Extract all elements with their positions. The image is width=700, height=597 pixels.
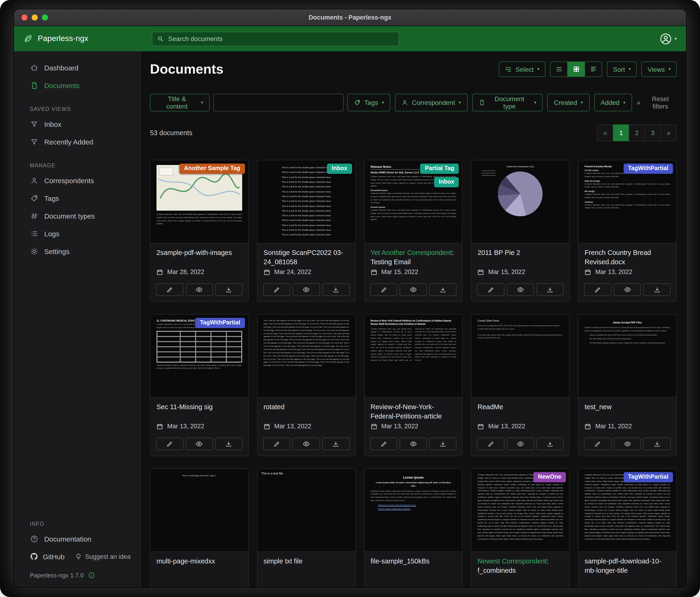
sidebar-item-tags[interactable]: Tags — [30, 189, 134, 207]
tag-badge[interactable]: Partial Tag — [420, 164, 459, 174]
info-circle-icon[interactable] — [88, 572, 95, 579]
pagination-next-button[interactable]: » — [660, 124, 677, 141]
document-title[interactable]: simple txt file — [264, 556, 349, 566]
global-search[interactable] — [152, 31, 399, 46]
close-window-button[interactable] — [21, 15, 27, 21]
document-thumbnail[interactable]: Review of New York Federal Petitions for… — [365, 315, 462, 398]
user-menu[interactable]: ▾ — [660, 32, 677, 45]
edit-document-button[interactable] — [477, 438, 504, 450]
detail-view-button[interactable] — [584, 62, 602, 77]
tag-badge[interactable]: Inbox — [327, 164, 352, 174]
view-document-button[interactable] — [614, 438, 641, 450]
pagination-page-2[interactable]: 2 — [629, 124, 645, 141]
document-thumbnail[interactable]: This is a test for the double space char… — [257, 160, 355, 243]
sort-button[interactable]: Sort ▾ — [607, 62, 637, 77]
download-document-button[interactable] — [215, 438, 243, 450]
sidebar-item-correspondents[interactable]: Correspondents — [30, 171, 134, 189]
download-document-button[interactable] — [322, 438, 350, 450]
document-correspondent[interactable]: Yet Another Correspondent — [371, 249, 452, 256]
sidebar-item-recently-added[interactable]: Recently Added — [30, 133, 134, 150]
sidebar-item-documents[interactable]: Documents — [30, 76, 134, 94]
select-button[interactable]: Select ▾ — [499, 62, 545, 77]
document-thumbnail[interactable]: Patient BP Distribution 2011 — [472, 160, 569, 243]
edit-document-button[interactable] — [263, 283, 291, 296]
document-type-filter-button[interactable]: Document type ▾ — [472, 94, 543, 111]
github-link[interactable]: GitHub — [30, 552, 65, 560]
edit-document-button[interactable] — [584, 283, 611, 296]
edit-document-button[interactable] — [156, 438, 183, 450]
document-title[interactable]: multi-page-mixedxx — [156, 556, 242, 566]
view-document-button[interactable] — [507, 438, 534, 450]
correspondent-filter-button[interactable]: Correspondent ▾ — [395, 94, 467, 111]
view-document-button[interactable] — [400, 283, 427, 296]
document-thumbnail[interactable]: This is a multi page document. Page 1. — [150, 469, 248, 552]
edit-document-button[interactable] — [370, 438, 397, 450]
document-title[interactable]: rotated — [264, 402, 349, 411]
document-title[interactable]: Sec 11-Missing sig — [156, 402, 242, 411]
document-thumbnail[interactable]: Release NotesSimba ODBC Driver for SQL S… — [365, 160, 462, 243]
download-document-button[interactable] — [644, 438, 671, 450]
document-title[interactable]: Newest Correspondent: f_combineds — [478, 556, 563, 575]
document-title[interactable]: Review-of-New-York-Federal-Petitions-art… — [371, 402, 456, 421]
tag-badge[interactable]: Inbox — [434, 177, 459, 187]
pagination-prev-button[interactable]: « — [597, 124, 614, 141]
document-title[interactable]: 2sample-pdf-with-images — [156, 248, 242, 257]
document-title[interactable]: sample-pdf-download-10-mb-longer-title — [584, 556, 670, 575]
sidebar-item-logs[interactable]: Logs — [30, 224, 134, 242]
download-document-button[interactable] — [536, 283, 564, 296]
document-thumbnail[interactable]: This is the text that appears on the fir… — [257, 315, 355, 398]
download-document-button[interactable] — [215, 283, 243, 296]
edit-document-button[interactable] — [477, 283, 504, 296]
view-document-button[interactable] — [614, 283, 641, 296]
document-title[interactable]: Yet Another Correspondent: Testing Email — [371, 248, 456, 267]
document-thumbnail[interactable]: Curabitur bibendum enim urna, sed blandi… — [472, 469, 569, 552]
view-document-button[interactable] — [507, 283, 534, 296]
tag-badge[interactable]: TagWithPartial — [623, 472, 673, 482]
document-thumbnail[interactable]: Lorem ipsumLorem ipsum dolor sit amet, c… — [365, 469, 462, 552]
edit-document-button[interactable] — [584, 438, 611, 450]
created-filter-button[interactable]: Created ▾ — [548, 94, 590, 111]
grid-view-button[interactable] — [567, 62, 585, 77]
download-document-button[interactable] — [536, 438, 564, 450]
list-view-button[interactable] — [550, 62, 568, 77]
tag-badge[interactable]: Another Sample Tag — [179, 164, 245, 174]
suggest-idea-link[interactable]: Suggest an idea — [75, 553, 130, 560]
view-document-button[interactable] — [400, 438, 427, 450]
sidebar-item-document-types[interactable]: Document types — [30, 207, 134, 224]
zoom-window-button[interactable] — [42, 15, 48, 21]
added-filter-button[interactable]: Added ▾ — [594, 94, 632, 111]
pagination-page-3[interactable]: 3 — [645, 124, 661, 141]
tag-badge[interactable]: NewOne — [533, 472, 566, 482]
document-thumbnail[interactable]: Curabitur bibendum enim urna, sed blandi… — [150, 160, 248, 243]
minimize-window-button[interactable] — [32, 15, 38, 21]
title-content-filter-button[interactable]: Title & content ▾ — [150, 94, 210, 111]
app-brand[interactable]: Paperless-ngx — [23, 34, 150, 43]
tag-badge[interactable]: TagWithPartial — [623, 164, 673, 174]
document-correspondent[interactable]: Newest Correspondent — [478, 557, 547, 565]
sidebar-item-documentation[interactable]: Documentation — [30, 530, 134, 548]
sidebar-item-dashboard[interactable]: Dashboard — [30, 59, 134, 76]
views-button[interactable]: Views ▾ — [642, 62, 677, 77]
edit-document-button[interactable] — [370, 283, 397, 296]
tags-filter-button[interactable]: Tags ▾ — [348, 94, 391, 111]
download-document-button[interactable] — [429, 283, 457, 296]
search-input[interactable] — [168, 35, 394, 42]
edit-document-button[interactable] — [156, 283, 183, 296]
download-document-button[interactable] — [322, 283, 350, 296]
view-document-button[interactable] — [185, 438, 213, 450]
document-thumbnail[interactable]: Contact Sheet DemoGiven a set of image f… — [472, 315, 569, 398]
download-document-button[interactable] — [429, 438, 457, 450]
view-document-button[interactable] — [185, 283, 213, 296]
document-title[interactable]: French Country Bread Revised.docx — [584, 248, 670, 267]
document-thumbnail[interactable]: This is a test file. — [257, 469, 355, 552]
sidebar-item-inbox[interactable]: Inbox — [30, 115, 134, 133]
document-title[interactable]: 2011 BP Pie 2 — [478, 248, 563, 257]
document-title[interactable]: test_new — [584, 402, 670, 411]
edit-document-button[interactable] — [263, 438, 291, 450]
document-thumbnail[interactable]: Curabitur bibendum enim urna, sed blandi… — [578, 469, 676, 552]
document-title[interactable]: ReadMe — [478, 402, 563, 411]
view-document-button[interactable] — [293, 438, 320, 450]
document-thumbnail[interactable]: 11. CONTINUING MEDICAL EDUCACurabitur bi… — [150, 315, 248, 398]
pagination-page-1[interactable]: 1 — [613, 124, 629, 141]
document-title[interactable]: Sonstige ScanPC2022 03-24_081058 — [264, 248, 349, 267]
